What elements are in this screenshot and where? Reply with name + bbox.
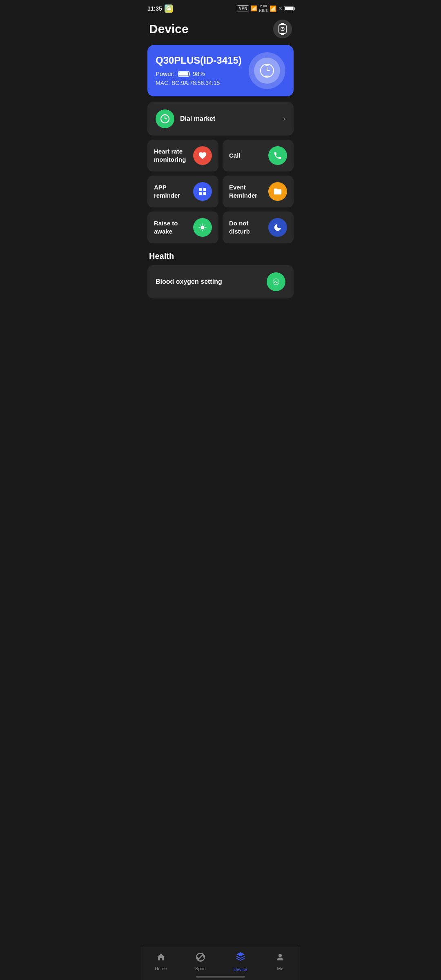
o2-icon: O₂ xyxy=(272,277,281,286)
raise-awake-icon xyxy=(193,218,212,237)
moon-icon xyxy=(273,223,282,232)
svg-rect-14 xyxy=(199,188,202,190)
bluetooth-icon: 📶 xyxy=(251,5,257,11)
smartwatch-icon xyxy=(278,23,287,35)
page-title: Device xyxy=(149,22,189,36)
heart-rate-label: Heart rate monitoring xyxy=(154,147,193,163)
heart-rate-item[interactable]: Heart rate monitoring xyxy=(147,140,218,172)
header: Device xyxy=(141,16,300,45)
content-area: Q30PLUS(ID-3415) Power: 98% MAC: BC:9A:7… xyxy=(141,45,300,339)
watch-circle xyxy=(249,52,285,89)
phone-icon xyxy=(273,151,282,160)
svg-rect-16 xyxy=(199,192,202,194)
battery-icon xyxy=(284,6,294,11)
watch-inner xyxy=(254,58,280,84)
raise-awake-label: Raise to awake xyxy=(154,219,193,235)
event-reminder-item[interactable]: Event Reminder xyxy=(223,176,294,207)
health-section-header: Health xyxy=(141,247,300,265)
device-mac: MAC: BC:9A:78:56:34:15 xyxy=(156,80,242,86)
device-icon-button[interactable] xyxy=(273,20,292,38)
event-reminder-icon xyxy=(268,182,287,201)
blood-oxygen-label: Blood oxygen setting xyxy=(156,278,222,285)
grid-row-1: Heart rate monitoring Call xyxy=(147,140,294,172)
device-name: Q30PLUS(ID-3415) xyxy=(156,55,242,66)
svg-text:O₂: O₂ xyxy=(274,280,278,284)
power-label: Power: xyxy=(156,70,175,77)
svg-rect-10 xyxy=(265,76,269,77)
device-power: Power: 98% xyxy=(156,70,242,77)
clock-icon xyxy=(160,114,170,124)
svg-rect-17 xyxy=(203,192,206,194)
watch-face-icon xyxy=(260,63,274,78)
wifi-icon: 📶 xyxy=(270,5,276,12)
dial-market-left: Dial market xyxy=(156,109,215,128)
mac-address: BC:9A:78:56:34:15 xyxy=(172,80,220,86)
call-label: Call xyxy=(229,151,268,160)
app-reminder-item[interactable]: APP reminder xyxy=(147,176,218,207)
health-title: Health xyxy=(149,252,174,261)
svg-line-23 xyxy=(200,225,200,225)
svg-line-26 xyxy=(200,229,200,230)
event-reminder-label: Event Reminder xyxy=(229,183,268,199)
power-percent: 98% xyxy=(193,70,205,77)
grid-row-2: APP reminder Event Reminder xyxy=(147,176,294,207)
app-reminder-label: APP reminder xyxy=(154,183,193,199)
device-card[interactable]: Q30PLUS(ID-3415) Power: 98% MAC: BC:9A:7… xyxy=(147,45,294,96)
weather-icon: 🌤 xyxy=(165,4,173,13)
status-bar: 11:35 🌤 VPN 📶 2.00 KB/S 📶 ✕ xyxy=(141,0,300,16)
folder-icon xyxy=(273,187,282,196)
call-icon xyxy=(268,146,287,165)
svg-rect-9 xyxy=(265,64,269,66)
grid-row-3: Raise to awake Do not disturb xyxy=(147,212,294,243)
mac-label: MAC: xyxy=(156,80,170,86)
time-display: 11:35 xyxy=(147,5,162,12)
blood-oxygen-icon: O₂ xyxy=(267,272,285,291)
svg-rect-15 xyxy=(203,188,206,190)
heart-icon xyxy=(198,151,207,160)
svg-point-18 xyxy=(200,225,204,229)
vpn-badge: VPN xyxy=(237,5,249,11)
blood-oxygen-item[interactable]: Blood oxygen setting O₂ xyxy=(147,265,294,298)
app-reminder-icon xyxy=(193,182,212,201)
status-right: VPN 📶 2.00 KB/S 📶 ✕ xyxy=(237,4,294,13)
do-not-disturb-item[interactable]: Do not disturb xyxy=(223,212,294,243)
call-item[interactable]: Call xyxy=(223,140,294,172)
device-info: Q30PLUS(ID-3415) Power: 98% MAC: BC:9A:7… xyxy=(156,55,242,86)
dial-market-icon xyxy=(156,109,174,128)
signal-x-icon: ✕ xyxy=(278,6,282,11)
raise-awake-item[interactable]: Raise to awake xyxy=(147,212,218,243)
do-not-disturb-icon xyxy=(268,218,287,237)
dial-market-item[interactable]: Dial market › xyxy=(147,102,294,136)
power-bar xyxy=(178,71,189,77)
sun-icon xyxy=(198,223,207,232)
svg-line-25 xyxy=(205,225,205,225)
do-not-disturb-label: Do not disturb xyxy=(229,219,268,235)
heart-rate-icon xyxy=(193,146,212,165)
grid-apps-icon xyxy=(198,187,207,196)
svg-line-24 xyxy=(205,229,205,230)
dial-market-label: Dial market xyxy=(180,115,215,122)
chevron-icon: › xyxy=(283,114,285,123)
speed-text: 2.00 KB/S xyxy=(259,4,268,13)
status-left: 11:35 🌤 xyxy=(147,4,173,13)
